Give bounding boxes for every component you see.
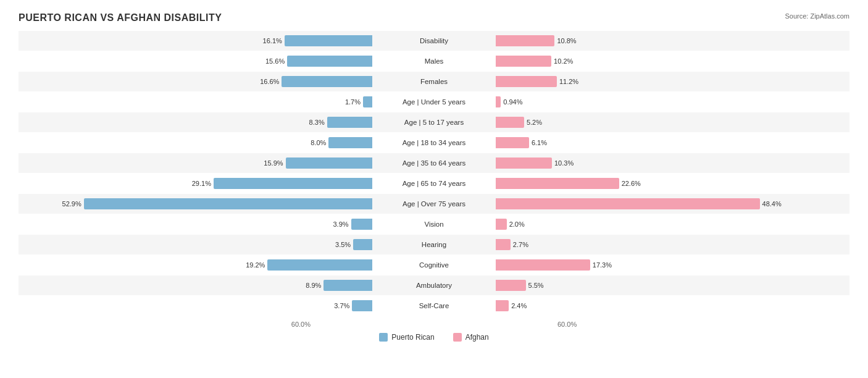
val-left: 8.0% [311, 139, 326, 146]
bar-right [496, 96, 501, 107]
row-inner: 29.1% Age | 65 to 74 years 22.6% [19, 177, 849, 190]
chart-row: 8.9% Ambulatory 5.5% [19, 275, 849, 295]
bar-left [351, 219, 372, 230]
center-label: Hearing [372, 241, 496, 248]
left-section: 1.7% [19, 95, 372, 109]
center-label: Males [372, 57, 496, 65]
chart-row: 3.9% Vision 2.0% [19, 214, 849, 234]
center-label: Age | 5 to 17 years [372, 119, 496, 126]
row-inner: 16.6% Females 11.2% [19, 75, 849, 88]
right-section: 2.0% [496, 217, 849, 231]
left-section: 8.3% [19, 116, 372, 129]
row-inner: 52.9% Age | Over 75 years 48.4% [19, 197, 849, 211]
axis-row: 60.0% 60.0% [19, 321, 849, 328]
right-section: 2.4% [496, 299, 849, 313]
bar-right [496, 219, 507, 230]
chart-row: 3.5% Hearing 2.7% [19, 235, 849, 254]
bar-left [328, 137, 372, 148]
bar-right [496, 178, 619, 189]
right-section: 10.3% [496, 156, 849, 170]
bar-left [353, 239, 372, 250]
chart-row: 16.6% Females 11.2% [19, 72, 849, 91]
left-section: 16.6% [19, 75, 372, 88]
chart-row: 52.9% Age | Over 75 years 48.4% [19, 194, 849, 214]
bar-right [496, 76, 557, 87]
bar-right [496, 239, 511, 250]
right-section: 17.3% [496, 258, 849, 272]
axis-right-label: 60.0% [557, 321, 577, 328]
center-label: Age | Over 75 years [372, 200, 496, 208]
right-section: 5.2% [496, 116, 849, 129]
bar-right [496, 280, 526, 291]
chart-row: 16.1% Disability 10.8% [19, 31, 849, 51]
right-section: 11.2% [496, 75, 849, 88]
left-section: 15.9% [19, 156, 372, 170]
center-label: Cognitive [372, 261, 496, 269]
legend-afghan: Afghan [453, 333, 489, 342]
val-right: 22.6% [622, 180, 641, 187]
legend-box-puerto-rican [379, 333, 388, 342]
right-section: 2.7% [496, 238, 849, 251]
right-section: 6.1% [496, 136, 849, 149]
right-section: 48.4% [496, 197, 849, 211]
bar-left [282, 76, 372, 87]
bar-left [352, 300, 372, 311]
center-label: Disability [372, 37, 496, 44]
source-label: Source: ZipAtlas.com [785, 12, 849, 20]
legend-label-afghan: Afghan [465, 333, 489, 342]
right-section: 5.5% [496, 279, 849, 292]
right-section: 10.2% [496, 54, 849, 68]
val-left: 15.6% [265, 57, 285, 65]
right-section: 0.94% [496, 95, 849, 109]
center-label: Age | 35 to 64 years [372, 159, 496, 167]
bar-right [496, 158, 552, 169]
row-inner: 3.5% Hearing 2.7% [19, 238, 849, 251]
val-left: 3.9% [333, 220, 348, 228]
bar-left [286, 158, 372, 169]
row-inner: 15.6% Males 10.2% [19, 54, 849, 68]
legend-puerto-rican: Puerto Rican [379, 333, 434, 342]
legend-label-puerto-rican: Puerto Rican [391, 333, 434, 342]
bar-left [327, 117, 372, 128]
val-right: 10.3% [554, 159, 574, 167]
bar-right [496, 56, 551, 67]
val-right: 10.8% [557, 37, 576, 44]
val-left: 29.1% [192, 180, 211, 187]
left-section: 8.0% [19, 136, 372, 149]
chart-row: 8.0% Age | 18 to 34 years 6.1% [19, 133, 849, 153]
row-inner: 16.1% Disability 10.8% [19, 34, 849, 48]
val-right: 2.4% [511, 302, 527, 309]
val-right: 5.2% [527, 119, 542, 126]
chart-row: 8.3% Age | 5 to 17 years 5.2% [19, 112, 849, 132]
val-left: 3.5% [335, 241, 351, 248]
val-left: 16.6% [260, 78, 279, 85]
row-inner: 8.0% Age | 18 to 34 years 6.1% [19, 136, 849, 149]
legend-box-afghan [453, 333, 462, 342]
row-inner: 19.2% Cognitive 17.3% [19, 258, 849, 272]
val-right: 48.4% [762, 200, 782, 208]
bar-left [363, 96, 372, 107]
center-label: Age | 18 to 34 years [372, 139, 496, 146]
right-section: 22.6% [496, 177, 849, 190]
row-inner: 8.9% Ambulatory 5.5% [19, 279, 849, 292]
val-right: 11.2% [559, 78, 578, 85]
chart-row: 15.6% Males 10.2% [19, 51, 849, 71]
left-section: 16.1% [19, 34, 372, 48]
center-label: Females [372, 78, 496, 85]
val-left: 8.9% [306, 282, 321, 289]
left-section: 8.9% [19, 279, 372, 292]
chart-row: 29.1% Age | 65 to 74 years 22.6% [19, 174, 849, 193]
chart-row: 15.9% Age | 35 to 64 years 10.3% [19, 153, 849, 173]
bar-right [496, 117, 524, 128]
bar-left [323, 280, 372, 291]
val-left: 19.2% [246, 261, 265, 269]
row-inner: 3.9% Vision 2.0% [19, 217, 849, 231]
left-section: 29.1% [19, 177, 372, 190]
chart-legend: Puerto Rican Afghan [19, 333, 849, 342]
val-right: 0.94% [503, 98, 522, 106]
val-right: 10.2% [554, 57, 573, 65]
left-section: 3.7% [19, 299, 372, 313]
chart-header: PUERTO RICAN VS AFGHAN DISABILITY Source… [19, 12, 849, 26]
val-right: 6.1% [532, 139, 547, 146]
row-inner: 3.7% Self-Care 2.4% [19, 299, 849, 313]
